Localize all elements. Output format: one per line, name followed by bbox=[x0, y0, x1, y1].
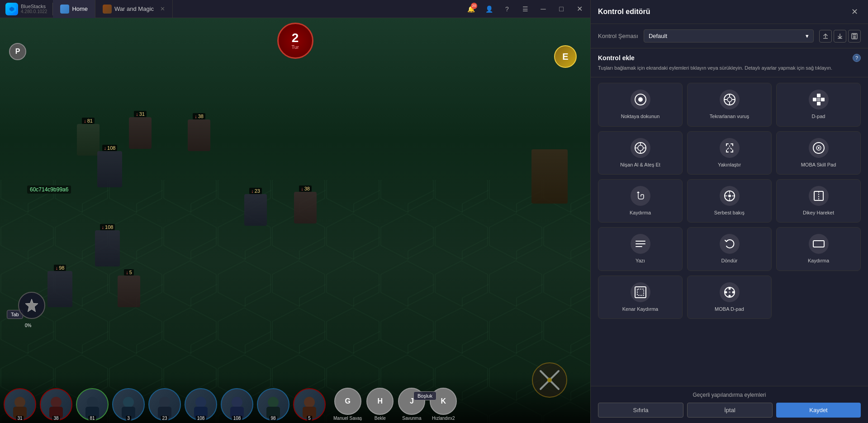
svg-point-14 bbox=[87, 397, 98, 408]
unit-figure-38b: 38 bbox=[294, 185, 317, 223]
svg-point-34 bbox=[638, 97, 643, 102]
game-tab[interactable]: War and Magic ✕ bbox=[95, 0, 173, 18]
control-panel-title: Kontrol editörü bbox=[598, 8, 650, 16]
bosluk-button[interactable]: Boşluk bbox=[413, 391, 436, 400]
svg-rect-32 bbox=[853, 36, 856, 38]
scroll-label: Kaydırma bbox=[808, 257, 829, 264]
control-item-scroll[interactable]: Kaydırma bbox=[776, 227, 861, 271]
maximize-button[interactable]: □ bbox=[554, 2, 569, 16]
settings-button[interactable]: ☰ bbox=[518, 2, 532, 16]
reset-button[interactable]: Sıfırla bbox=[598, 403, 683, 418]
close-button[interactable]: ✕ bbox=[572, 2, 587, 16]
unit-figure-23: 23 bbox=[244, 188, 267, 226]
titlebar-controls: 🔔 20 👤 ? ☰ ─ □ ✕ bbox=[464, 2, 590, 16]
notification-button[interactable]: 🔔 20 bbox=[464, 2, 478, 16]
add-control-section: Kontrol ekle ? Tuşları bağlamak için ekr… bbox=[591, 48, 868, 77]
unit-portrait-7[interactable]: 98 bbox=[257, 388, 289, 421]
swords-decoration bbox=[531, 362, 568, 398]
control-item-yazi[interactable]: Yazı bbox=[598, 227, 683, 271]
save-button[interactable]: Kaydet bbox=[776, 403, 861, 418]
control-item-dikey[interactable]: Dikey Hareket bbox=[776, 179, 861, 223]
moba-label: MOBA Skill Pad bbox=[801, 162, 836, 168]
cancel-button[interactable]: İptal bbox=[687, 403, 773, 418]
action-btn-G[interactable]: G Manuel Savaş bbox=[333, 388, 362, 421]
svg-marker-1 bbox=[9, 7, 14, 11]
star-button[interactable] bbox=[18, 292, 45, 319]
svg-rect-68 bbox=[637, 289, 644, 295]
unit-portrait-1[interactable]: 38 bbox=[40, 388, 72, 421]
control-item-aim[interactable]: Nişan Al & Ateş Et bbox=[598, 131, 683, 175]
svg-point-73 bbox=[732, 291, 734, 293]
control-item-swipe[interactable]: Kaydırma bbox=[598, 179, 683, 223]
mobadpad-label: MOBA D-pad bbox=[715, 306, 744, 312]
help-button[interactable]: ? bbox=[500, 2, 514, 16]
control-item-rotate[interactable]: Döndür bbox=[687, 227, 772, 271]
schema-selected: Default bbox=[649, 33, 667, 39]
schema-label: Kontrol Şeması bbox=[598, 33, 638, 39]
svg-rect-43 bbox=[813, 98, 816, 101]
minimize-button[interactable]: ─ bbox=[536, 2, 550, 16]
control-item-zoom[interactable]: Yakınlaştır bbox=[687, 131, 772, 175]
aim-label: Nişan Al & Ateş Et bbox=[620, 162, 660, 168]
control-item-freelook[interactable]: Serbest bakış bbox=[687, 179, 772, 223]
control-item-edge[interactable]: Kenar Kaydırma bbox=[598, 276, 683, 319]
bs-logo-text: BlueStacks bbox=[21, 4, 47, 9]
add-control-title: Kontrol ekle bbox=[598, 54, 635, 62]
schema-dropdown[interactable]: Default ▾ bbox=[644, 29, 814, 43]
unit-portrait-8[interactable]: 5 bbox=[293, 388, 326, 421]
yazi-icon bbox=[631, 234, 650, 254]
unit-portrait-3[interactable]: 3 bbox=[112, 388, 145, 421]
unit-figure-98: 98 bbox=[47, 265, 72, 307]
control-item-moba[interactable]: MOBA Skill Pad bbox=[776, 131, 861, 175]
control-item-mobadpad[interactable]: MOBA D-pad bbox=[687, 276, 772, 319]
home-tab-icon bbox=[60, 5, 69, 14]
svg-point-47 bbox=[638, 145, 643, 151]
unit-portrait-2[interactable]: 81 bbox=[76, 388, 109, 421]
unit-figure-5: 5 bbox=[118, 269, 140, 307]
bs-logo-icon bbox=[5, 3, 18, 15]
game-area: 2 Tur P E 60c714c9b99a6 Tab C 0% 81 31 3… bbox=[0, 18, 590, 423]
unit-portrait-0[interactable]: 31 bbox=[4, 388, 36, 421]
add-control-info-icon[interactable]: ? bbox=[853, 54, 861, 62]
action-btn-H[interactable]: H Bekle bbox=[366, 388, 394, 421]
tap-icon bbox=[631, 90, 650, 109]
svg-point-9 bbox=[547, 378, 552, 382]
turn-label: Tur bbox=[291, 44, 299, 50]
tap-label: Noktaya dokunun bbox=[621, 113, 660, 119]
svg-point-36 bbox=[727, 97, 732, 102]
bottom-bar: 31 38 81 3 23 108 bbox=[0, 375, 590, 423]
dpad-icon bbox=[809, 90, 829, 109]
svg-rect-29 bbox=[838, 38, 842, 39]
mobadpad-icon bbox=[720, 282, 740, 302]
unit-portraits-row: 31 38 81 3 23 108 bbox=[0, 388, 461, 421]
home-tab[interactable]: Home bbox=[53, 0, 95, 18]
turn-indicator: 2 Tur bbox=[277, 23, 313, 59]
unit-portrait-5[interactable]: 108 bbox=[185, 388, 217, 421]
svg-point-70 bbox=[728, 287, 730, 290]
control-item-dpad[interactable]: D-pad bbox=[776, 83, 861, 126]
swords-icon bbox=[531, 362, 568, 398]
control-item-repeat-tap[interactable]: Tekrarlanan vuruş bbox=[687, 83, 772, 126]
moba-icon bbox=[809, 138, 829, 158]
p-button[interactable]: P bbox=[9, 43, 26, 60]
add-control-header: Kontrol ekle ? bbox=[598, 54, 861, 62]
game-tab-icon bbox=[103, 5, 112, 14]
control-item-tap[interactable]: Noktaya dokunun bbox=[598, 83, 683, 126]
player-id: 60c714c9b99a6 bbox=[27, 185, 71, 194]
panel-actions: Geçerli yapılandırma eylemleri Sıfırla İ… bbox=[591, 386, 868, 423]
schema-icons bbox=[819, 30, 861, 43]
close-tab-icon[interactable]: ✕ bbox=[160, 5, 165, 12]
unit-portrait-4[interactable]: 23 bbox=[148, 388, 181, 421]
profile-button[interactable]: 👤 bbox=[482, 2, 496, 16]
e-button[interactable]: E bbox=[554, 45, 577, 68]
schema-save-button[interactable] bbox=[848, 30, 861, 43]
control-panel-close-button[interactable]: ✕ bbox=[848, 5, 861, 18]
gecerli-label: Geçerli yapılandırma eylemleri bbox=[598, 392, 861, 398]
schema-upload-button[interactable] bbox=[819, 30, 832, 43]
unit-figure-81: 81 bbox=[77, 118, 100, 156]
schema-download-button[interactable] bbox=[834, 30, 846, 43]
unit-portrait-6[interactable]: 108 bbox=[221, 388, 253, 421]
turn-circle: 2 Tur bbox=[277, 23, 313, 59]
svg-point-12 bbox=[51, 397, 62, 408]
star-icon bbox=[24, 297, 40, 314]
